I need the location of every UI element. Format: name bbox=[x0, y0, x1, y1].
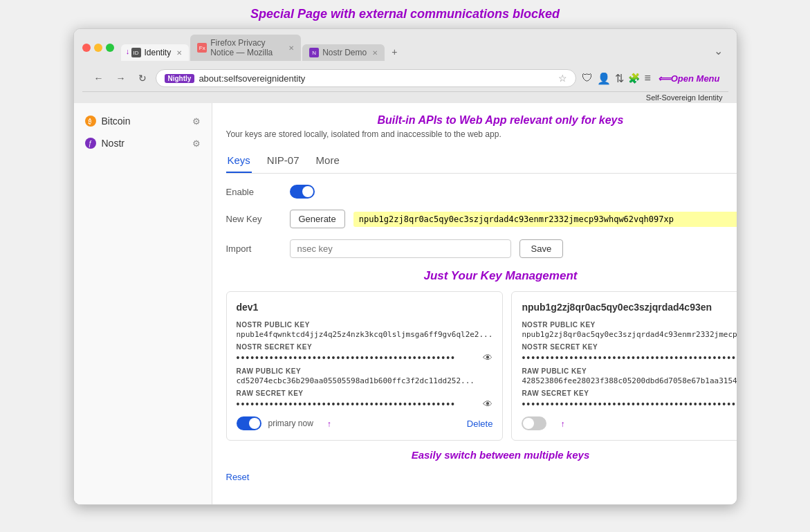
primary-label-1: primary now bbox=[268, 419, 313, 428]
tab-close-nostr[interactable]: ✕ bbox=[372, 49, 378, 57]
extensions-icon[interactable]: 🧩 bbox=[628, 73, 640, 84]
tab-close-firefox[interactable]: ✕ bbox=[288, 44, 294, 52]
new-tab-button[interactable]: + bbox=[386, 43, 403, 61]
ssi-label: Self-Sovereign Identity bbox=[82, 92, 728, 103]
switch-annotation: Easily switch between multiple keys bbox=[226, 449, 737, 461]
sidebar-item-bitcoin[interactable]: ₿ Bitcoin ⚙ bbox=[74, 110, 212, 132]
import-row: Import Save bbox=[226, 239, 737, 258]
tab-bar: ↓ ID Identity ✕ Fx Firefox Privacy Notic… bbox=[121, 35, 728, 61]
nostr-pub-value-2: npub1g2zj8qr0ac5qy0ec3szjqrdad4c93enmr23… bbox=[522, 330, 737, 339]
tab-label-firefox: Firefox Privacy Notice — Mozilla bbox=[210, 38, 283, 57]
key-card-dev1: dev1 NOSTR PUBLIC KEY npub1e4fqwnktcd4jj… bbox=[226, 291, 504, 441]
tab-icon-nostr: N bbox=[309, 48, 319, 57]
key-card-title-2: npub1g2zj8qr0ac5qy0ec3szjqrdad4c93en bbox=[522, 302, 737, 313]
primary-arrow-2: ↑ bbox=[560, 417, 564, 430]
address-bar[interactable]: Nightly about:selfsovereignidentity ☆ bbox=[156, 69, 577, 87]
reload-button[interactable]: ↻ bbox=[135, 71, 150, 85]
nav-bar: ← → ↻ Nightly about:selfsovereignidentit… bbox=[82, 65, 728, 92]
enable-label: Enable bbox=[226, 187, 282, 197]
generated-key-value: npub1g2zj8qr0ac5qy0ec3szjqrdad4c93enmr23… bbox=[353, 212, 737, 227]
reset-button[interactable]: Reset bbox=[226, 472, 250, 482]
raw-sec-row-1: ••••••••••••••••••••••••••••••••••••••••… bbox=[237, 398, 493, 410]
key-card-footer-1: primary now ↑ Delete bbox=[237, 416, 493, 430]
raw-pub-value-1: cd52074ecbc36b290aa05505598ad1b600ffc3f2… bbox=[237, 376, 493, 385]
nostr-pub-label-2: NOSTR PUBLIC KEY bbox=[522, 321, 737, 329]
sync-icon[interactable]: ⇅ bbox=[615, 72, 624, 85]
nostr-sec-dots-2: ••••••••••••••••••••••••••••••••••••••••… bbox=[522, 352, 737, 363]
shield-icon[interactable]: 🛡 bbox=[582, 72, 593, 84]
browser-chrome: ↓ ID Identity ✕ Fx Firefox Privacy Notic… bbox=[74, 29, 737, 103]
tab-icon-firefox: Fx bbox=[197, 43, 207, 53]
tab-firefox[interactable]: Fx Firefox Privacy Notice — Mozilla ✕ bbox=[190, 35, 301, 61]
generate-button[interactable]: Generate bbox=[290, 210, 345, 228]
nav-right-icons: 🛡 👤 ⇅ 🧩 ≡ ⟸Open Menu bbox=[582, 72, 719, 85]
bitcoin-icon: ₿ bbox=[85, 116, 96, 127]
raw-sec-dots-2: ••••••••••••••••••••••••••••••••••••••••… bbox=[522, 398, 737, 410]
tab-identity[interactable]: ↓ ID Identity ✕ bbox=[121, 44, 190, 61]
nostr-sec-eye-1[interactable]: 👁 bbox=[483, 352, 493, 363]
key-mgmt-annotation: Just Your Key Management bbox=[226, 269, 737, 283]
back-button[interactable]: ← bbox=[91, 71, 107, 85]
tab-icon-identity: ID bbox=[131, 48, 141, 57]
raw-sec-eye-1[interactable]: 👁 bbox=[483, 398, 493, 410]
tab-close-identity[interactable]: ✕ bbox=[176, 49, 182, 57]
sidebar-label-nostr: Nostr bbox=[102, 138, 125, 149]
key-cards: dev1 NOSTR PUBLIC KEY npub1e4fqwnktcd4jj… bbox=[226, 291, 737, 441]
browser-window: ↓ ID Identity ✕ Fx Firefox Privacy Notic… bbox=[73, 28, 737, 505]
sidebar: ₿ Bitcoin ⚙ ƒ Nostr ⚙ bbox=[74, 103, 212, 504]
top-annotation: Special Page with external communication… bbox=[250, 7, 560, 21]
minimize-button[interactable] bbox=[94, 44, 102, 52]
bitcoin-settings-icon[interactable]: ⚙ bbox=[192, 116, 201, 127]
reset-row: Reset bbox=[226, 466, 737, 483]
primary-toggle-1[interactable] bbox=[237, 416, 261, 430]
save-button[interactable]: Save bbox=[519, 239, 564, 258]
delete-button-1[interactable]: Delete bbox=[467, 419, 493, 429]
nostr-sec-row-2: ••••••••••••••••••••••••••••••••••••••••… bbox=[522, 352, 737, 363]
close-button[interactable] bbox=[82, 44, 91, 52]
maximize-button[interactable] bbox=[106, 44, 114, 52]
new-key-label: New Key bbox=[226, 214, 282, 224]
forward-button[interactable]: → bbox=[113, 71, 129, 85]
tab-chevron-icon[interactable]: ⌄ bbox=[708, 41, 728, 61]
raw-sec-label-1: RAW SECRET KEY bbox=[237, 389, 493, 397]
keys-description: Your keys are stored locally, isolated f… bbox=[226, 129, 737, 139]
menu-icon[interactable]: ≡ bbox=[644, 72, 650, 84]
raw-sec-label-2: RAW SECRET KEY bbox=[522, 389, 737, 397]
enable-toggle[interactable] bbox=[290, 185, 315, 199]
tab-keys[interactable]: Keys bbox=[226, 150, 252, 173]
address-text: about:selfsovereignidentity bbox=[199, 73, 554, 84]
sidebar-label-bitcoin: Bitcoin bbox=[102, 116, 131, 127]
key-card-title-dev1: dev1 bbox=[237, 302, 493, 313]
new-key-row: New Key Generate npub1g2zj8qr0ac5qy0ec3s… bbox=[226, 210, 737, 228]
bookmark-icon[interactable]: ☆ bbox=[558, 73, 567, 84]
tab-more[interactable]: More bbox=[315, 150, 341, 173]
nostr-sec-label-2: NOSTR SECRET KEY bbox=[522, 343, 737, 351]
raw-sec-row-2: ••••••••••••••••••••••••••••••••••••••••… bbox=[522, 398, 737, 410]
primary-arrow-1: ↑ bbox=[327, 417, 331, 430]
nostr-settings-icon[interactable]: ⚙ bbox=[192, 138, 201, 149]
download-arrow-icon: ↓ bbox=[126, 47, 130, 55]
tab-nip07[interactable]: NIP-07 bbox=[266, 150, 301, 173]
account-icon[interactable]: 👤 bbox=[597, 72, 611, 85]
tab-label-identity: Identity bbox=[145, 48, 172, 57]
nostr-pub-label-1: NOSTR PUBLIC KEY bbox=[237, 321, 493, 329]
tab-label-nostr: Nostr Demo bbox=[322, 48, 367, 57]
primary-toggle-2[interactable] bbox=[522, 416, 546, 430]
tab-nostr[interactable]: N Nostr Demo ✕ bbox=[302, 44, 385, 61]
raw-sec-dots-1: ••••••••••••••••••••••••••••••••••••••••… bbox=[237, 398, 481, 410]
builtin-annotation: Built-in APIs to Web App relevant only f… bbox=[226, 114, 737, 127]
nostr-icon: ƒ bbox=[85, 138, 96, 149]
import-label: Import bbox=[226, 244, 282, 254]
nostr-sec-label-1: NOSTR SECRET KEY bbox=[237, 343, 493, 351]
enable-row: Enable bbox=[226, 185, 737, 199]
title-bar: ↓ ID Identity ✕ Fx Firefox Privacy Notic… bbox=[82, 35, 728, 61]
open-menu-annotation: ⟸Open Menu bbox=[658, 73, 720, 84]
raw-pub-label-2: RAW PUBLIC KEY bbox=[522, 367, 737, 375]
import-input[interactable] bbox=[290, 239, 511, 258]
raw-pub-label-1: RAW PUBLIC KEY bbox=[237, 367, 493, 375]
raw-pub-value-2: 428523806fee28023f388c05200dbd6d7058e67b… bbox=[522, 376, 737, 385]
nostr-sec-row-1: ••••••••••••••••••••••••••••••••••••••••… bbox=[237, 352, 493, 363]
content-tabs: Keys NIP-07 More bbox=[226, 150, 737, 174]
sidebar-item-bitcoin-left: ₿ Bitcoin bbox=[85, 116, 131, 127]
sidebar-item-nostr[interactable]: ƒ Nostr ⚙ bbox=[74, 132, 212, 154]
